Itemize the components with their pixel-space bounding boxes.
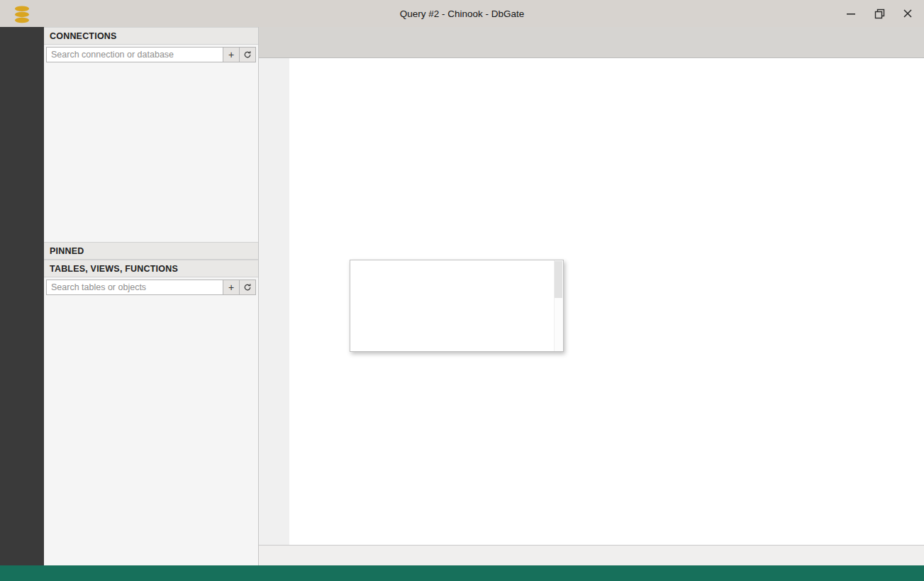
connections-header: CONNECTIONS [44, 27, 258, 45]
restore-button[interactable] [870, 4, 889, 23]
dbgate-window: Query #2 - Chinook - DbGate CONNECTIONS … [0, 0, 924, 581]
close-window-button[interactable] [898, 4, 917, 23]
tables-search-input[interactable] [46, 280, 223, 295]
editor-gutter [259, 58, 289, 545]
window-controls [842, 0, 917, 27]
autocomplete-scrollbar[interactable] [554, 260, 563, 351]
tab-group-row [259, 27, 924, 38]
add-connection-button[interactable]: + [223, 47, 240, 62]
tab-strip [259, 27, 924, 58]
main-area [259, 27, 924, 565]
autocomplete-popup [350, 260, 564, 352]
refresh-tables-button[interactable] [240, 280, 256, 295]
window-title: Query #2 - Chinook - DbGate [0, 9, 924, 19]
left-icon-rail [0, 27, 44, 565]
query-toolbar [259, 545, 924, 565]
refresh-connections-button[interactable] [240, 47, 256, 62]
tables-header: TABLES, VIEWS, FUNCTIONS [44, 260, 258, 277]
sql-editor[interactable] [259, 58, 924, 545]
connections-list [44, 64, 258, 242]
pinned-header: PINNED [44, 242, 258, 260]
tab-row [259, 38, 924, 58]
app-logo-icon [11, 4, 33, 23]
minimize-button[interactable] [842, 4, 860, 23]
title-bar: Query #2 - Chinook - DbGate [0, 0, 924, 27]
connections-search-input[interactable] [46, 47, 223, 62]
connections-search-row: + [44, 45, 258, 64]
status-bar [0, 565, 924, 581]
sidebar: CONNECTIONS + PINNED TABLES, VIEWS, FUNC… [44, 27, 259, 565]
tables-tree [44, 297, 258, 565]
add-table-button[interactable]: + [223, 280, 240, 295]
tables-search-row: + [44, 277, 258, 297]
